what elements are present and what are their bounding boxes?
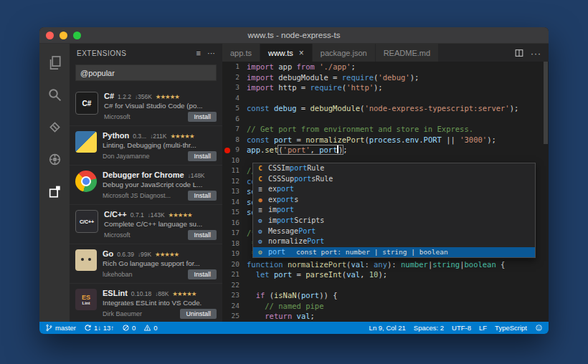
extension-list-item[interactable]: Go0.6.39↓99K★★★★★Rich Go language suppor… bbox=[70, 244, 222, 284]
split-editor-icon[interactable] bbox=[514, 48, 524, 58]
tab-www-ts[interactable]: www.ts× bbox=[260, 44, 313, 62]
status-eol[interactable]: LF bbox=[479, 324, 487, 332]
suggestion-item[interactable]: ⚙importScripts bbox=[253, 216, 535, 226]
search-icon bbox=[47, 87, 62, 102]
suggestion-item[interactable]: ≡import bbox=[253, 205, 535, 216]
extension-details: Go0.6.39↓99K★★★★★Rich Go language suppor… bbox=[103, 249, 217, 279]
extension-name: Python bbox=[103, 131, 129, 140]
line-number-gutter[interactable]: 3 bbox=[222, 82, 247, 93]
line-number-gutter[interactable]: 7 bbox=[222, 124, 247, 135]
minimize-window-button[interactable] bbox=[60, 32, 67, 39]
activity-bar-item-debug[interactable] bbox=[39, 143, 70, 176]
status-feedback[interactable] bbox=[535, 324, 543, 332]
activity-bar-item-explorer[interactable] bbox=[39, 47, 70, 79]
more-actions-icon[interactable]: ··· bbox=[207, 49, 215, 57]
line-number-gutter[interactable]: 1 bbox=[222, 62, 247, 72]
install-button[interactable]: Install bbox=[188, 191, 217, 201]
extension-list-item[interactable]: ESLintESLint0.10.18↓88K★★★★★Integrates E… bbox=[70, 284, 222, 322]
autocomplete-popup: CCSSImportRuleCCSSSupportsRule≡export●ex… bbox=[252, 163, 536, 258]
sync-icon bbox=[84, 324, 92, 332]
extension-list-item[interactable]: C#C#1.2.2↓356K★★★★★C# for Visual Studio … bbox=[70, 87, 222, 126]
extension-name: ESLint bbox=[103, 289, 128, 297]
code-text: app.set('port', port); bbox=[247, 145, 348, 155]
uninstall-button[interactable]: Uninstall bbox=[180, 309, 217, 319]
line-number-gutter[interactable]: 16 bbox=[222, 218, 247, 229]
status-errors[interactable]: 0 bbox=[122, 324, 136, 332]
line-number-gutter[interactable]: 17 bbox=[222, 228, 247, 239]
close-window-button[interactable] bbox=[46, 32, 54, 39]
tab-package-json[interactable]: package.json bbox=[313, 44, 376, 62]
status-language-mode[interactable]: TypeScript bbox=[495, 324, 527, 332]
extensions-search-input[interactable] bbox=[75, 64, 217, 81]
code-text: let port = parseInt(val, 10); bbox=[247, 269, 387, 280]
line-number-gutter[interactable]: 14 bbox=[222, 197, 247, 208]
line-number-gutter[interactable]: 21 bbox=[222, 269, 247, 280]
status-sync-status[interactable]: 1↓ 13↑ bbox=[84, 324, 114, 332]
line-number-gutter[interactable]: 24 bbox=[222, 301, 247, 312]
extension-downloads: ↓143K bbox=[148, 211, 165, 219]
suggestion-item[interactable]: ⚙MessagePort bbox=[253, 226, 535, 237]
editor-scrollbar[interactable] bbox=[544, 62, 548, 144]
line-number-gutter[interactable]: 19 bbox=[222, 249, 247, 259]
status-warnings[interactable]: 0 bbox=[143, 324, 157, 332]
extension-list-item[interactable]: C/C++C/C++0.7.1↓143K★★★★★Complete C/C++ … bbox=[70, 205, 222, 244]
suggestion-item[interactable]: ●exports bbox=[253, 195, 535, 206]
line-number-gutter[interactable]: 18 bbox=[222, 239, 247, 249]
install-button[interactable]: Install bbox=[188, 112, 217, 122]
line-number-gutter[interactable]: 11 bbox=[222, 166, 247, 176]
close-tab-icon[interactable]: × bbox=[299, 48, 304, 58]
suggestion-item[interactable]: CCSSImportRule bbox=[253, 163, 535, 174]
filter-icon[interactable]: ≡ bbox=[196, 49, 201, 57]
status-bar: master1↓ 13↑00 Ln 9, Col 21Spaces: 2UTF-… bbox=[39, 322, 549, 334]
activity-bar-item-extensions[interactable] bbox=[39, 176, 70, 208]
install-button[interactable]: Install bbox=[188, 230, 217, 240]
suggestion-item[interactable]: ⚙portconst port: number | string | boole… bbox=[253, 247, 535, 258]
status-indentation[interactable]: Spaces: 2 bbox=[414, 324, 444, 332]
line-number-gutter[interactable]: 25 bbox=[222, 311, 247, 322]
tab-readme-md[interactable]: README.md bbox=[376, 44, 439, 62]
status-git-branch[interactable]: master bbox=[45, 324, 76, 332]
extension-description: Integrates ESLint into VS Code. bbox=[103, 299, 217, 307]
code-line: 21 let port = parseInt(val, 10); bbox=[222, 269, 549, 280]
zoom-window-button[interactable] bbox=[73, 32, 81, 39]
install-button[interactable]: Install bbox=[188, 151, 217, 161]
status-label: 0 bbox=[132, 324, 136, 332]
extension-footer-row: Don JayamanneInstall bbox=[103, 151, 217, 161]
suggestion-item[interactable]: ≡export bbox=[253, 184, 535, 195]
line-number-gutter[interactable]: 20 bbox=[222, 259, 247, 270]
source-control-icon bbox=[47, 120, 62, 135]
line-number-gutter[interactable]: 6 bbox=[222, 114, 247, 125]
line-number-gutter[interactable]: 4 bbox=[222, 93, 247, 104]
suggestion-item[interactable]: ⚙normalizePort bbox=[253, 236, 535, 247]
status-cursor-position[interactable]: Ln 9, Col 21 bbox=[369, 324, 406, 332]
tab-app-ts[interactable]: app.ts bbox=[222, 44, 260, 62]
status-encoding[interactable]: UTF-8 bbox=[452, 324, 471, 332]
line-number-gutter[interactable]: 5 bbox=[222, 103, 247, 114]
extension-list-item[interactable]: Debugger for Chrome↓148KDebug your JavaS… bbox=[70, 166, 222, 205]
extension-rating: ★★★★★ bbox=[170, 133, 194, 140]
line-number-gutter[interactable]: 15 bbox=[222, 207, 247, 218]
breakpoint-indicator[interactable] bbox=[224, 148, 230, 153]
activity-bar-item-source-control[interactable] bbox=[39, 111, 70, 143]
window-titlebar[interactable]: www.ts - node-express-ts bbox=[39, 27, 549, 44]
line-number-gutter[interactable]: 8 bbox=[222, 135, 247, 145]
activity-bar-item-search[interactable] bbox=[39, 79, 70, 111]
download-count-icon: ↓ bbox=[148, 212, 151, 219]
line-number-gutter[interactable]: 23 bbox=[222, 290, 247, 301]
line-number-gutter[interactable]: 13 bbox=[222, 186, 247, 197]
suggestion-item[interactable]: CCSSSupportsRule bbox=[253, 174, 535, 185]
install-button[interactable]: Install bbox=[188, 269, 217, 279]
more-icon[interactable]: ··· bbox=[531, 47, 541, 59]
extension-description: Debug your JavaScript code L... bbox=[103, 181, 217, 188]
line-number-gutter[interactable]: 10 bbox=[222, 155, 247, 166]
extension-rating: ★★★★★ bbox=[155, 251, 179, 258]
extension-details: ESLint0.10.18↓88K★★★★★Integrates ESLint … bbox=[103, 289, 217, 319]
line-number-gutter[interactable]: 9 bbox=[222, 145, 247, 155]
line-number-gutter[interactable]: 12 bbox=[222, 176, 247, 187]
extension-list-item[interactable]: Python0.3...↓211K★★★★★Linting, Debugging… bbox=[70, 126, 222, 166]
line-number-gutter[interactable]: 22 bbox=[222, 280, 247, 291]
code-editor[interactable]: 1import app from './app';2import debugMo… bbox=[222, 62, 549, 322]
code-text: const port = normalizePort(process.env.P… bbox=[247, 135, 496, 145]
suggestion-label: importScripts bbox=[268, 216, 324, 226]
line-number-gutter[interactable]: 2 bbox=[222, 72, 247, 83]
